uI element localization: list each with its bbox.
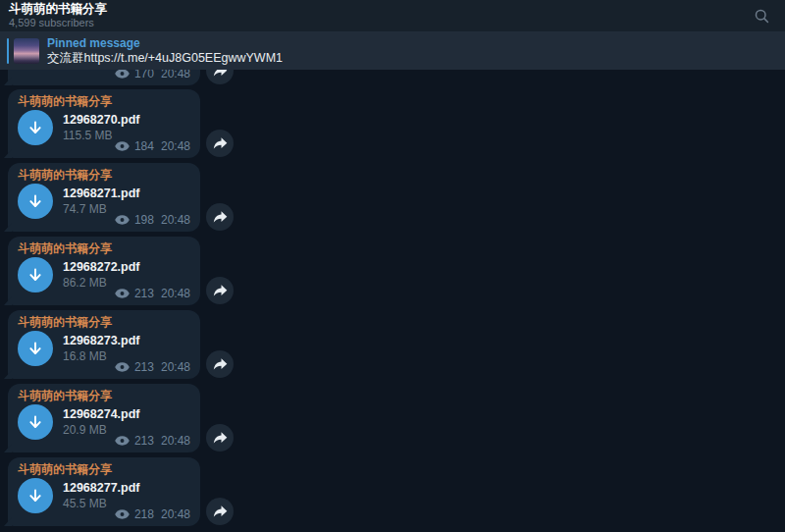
message-row: 斗萌萌的书籍分享 12968277.pdf 45.5 MB (0, 457, 785, 526)
file-name[interactable]: 12968272.pdf (63, 261, 140, 274)
message-bubble[interactable]: 斗萌萌的书籍分享 12968273.pdf 16.8 MB (8, 310, 200, 379)
pinned-thumbnail-image (14, 38, 39, 64)
file-info: 12968270.pdf 115.5 MB (63, 114, 140, 142)
sender-name[interactable]: 斗萌萌的书籍分享 (18, 316, 112, 329)
bubble-tail (4, 517, 12, 526)
sender-name[interactable]: 斗萌萌的书籍分享 (18, 390, 112, 402)
bubble-tail (4, 149, 12, 158)
message-meta: 213 20:48 (115, 288, 190, 299)
eye-icon (115, 289, 130, 298)
eye-icon (115, 215, 130, 225)
chat-title: 斗萌萌的书籍分享 (9, 3, 107, 16)
file-info: 12968273.pdf 16.8 MB (63, 335, 140, 363)
message-row: 斗萌萌的书籍分享 12968274.pdf 20.9 MB (0, 384, 785, 452)
message-meta: 170 20:48 (115, 70, 190, 80)
chat-header-info[interactable]: 斗萌萌的书籍分享 4,599 subscribers (9, 3, 107, 28)
forward-button[interactable] (206, 130, 234, 157)
message-bubble[interactable]: 斗萌萌的书籍分享 12968272.pdf 86.2 MB (8, 237, 200, 305)
message-time: 20:48 (161, 288, 190, 299)
sender-name[interactable]: 斗萌萌的书籍分享 (18, 169, 112, 182)
bubble-tail (4, 370, 12, 379)
download-button[interactable] (18, 404, 53, 440)
search-button[interactable] (750, 4, 773, 27)
download-icon (26, 340, 44, 357)
message-meta: 213 20:48 (115, 361, 190, 373)
view-count: 213 (134, 288, 154, 299)
sender-name[interactable]: 斗萌萌的书籍分享 (18, 463, 112, 476)
file-name[interactable]: 12968273.pdf (63, 335, 140, 347)
share-arrow-icon (213, 505, 228, 518)
download-icon (26, 266, 44, 284)
chat-header: 斗萌萌的书籍分享 4,599 subscribers (0, 0, 785, 31)
pinned-texts: Pinned message 交流群https://t.me/+4uJ8G05E… (47, 36, 283, 66)
download-button[interactable] (18, 110, 53, 145)
message-row: 斗萌萌的书籍分享 12968273.pdf 16.8 MB (0, 310, 785, 379)
message-time: 20:48 (161, 361, 190, 373)
view-count: 213 (134, 435, 154, 447)
bubble-tail (4, 77, 12, 85)
forward-button[interactable] (206, 70, 234, 84)
file-info: 12968274.pdf 20.9 MB (63, 408, 140, 437)
download-button[interactable] (18, 257, 53, 293)
message-list[interactable]: 170 20:48 斗萌萌的书籍分享 (0, 70, 785, 532)
bubble-tail (4, 296, 12, 305)
sender-name[interactable]: 斗萌萌的书籍分享 (18, 242, 112, 255)
message-meta: 198 20:48 (115, 214, 190, 226)
eye-icon (115, 509, 130, 519)
share-arrow-icon (213, 431, 228, 445)
message-time: 20:48 (161, 70, 190, 80)
message-row: 斗萌萌的书籍分享 12968270.pdf 115.5 MB (0, 89, 785, 158)
forward-button[interactable] (206, 350, 234, 378)
download-icon (26, 487, 44, 505)
view-count: 198 (134, 214, 154, 226)
file-name[interactable]: 12968274.pdf (63, 408, 140, 421)
view-count: 184 (134, 140, 154, 152)
share-arrow-icon (213, 70, 228, 78)
bubble-tail (4, 444, 12, 452)
message-time: 20:48 (161, 140, 190, 152)
message-meta: 184 20:48 (115, 140, 190, 152)
message-bubble[interactable]: 斗萌萌的书籍分享 12968274.pdf 20.9 MB (8, 384, 200, 452)
message-time: 20:48 (161, 508, 190, 520)
file-name[interactable]: 12968271.pdf (63, 187, 140, 200)
message-row: 170 20:48 (0, 70, 785, 85)
file-name[interactable]: 12968270.pdf (63, 114, 140, 127)
pinned-message-text: 交流群https://t.me/+4uJ8G05EEgwwYWM1 (47, 51, 283, 66)
share-arrow-icon (213, 284, 228, 297)
forward-button[interactable] (206, 277, 234, 304)
sender-name[interactable]: 斗萌萌的书籍分享 (18, 95, 112, 108)
eye-icon (115, 141, 130, 151)
download-button[interactable] (18, 478, 53, 513)
message-time: 20:48 (161, 435, 190, 447)
message-bubble[interactable]: 斗萌萌的书籍分享 12968270.pdf 115.5 MB (8, 89, 200, 158)
file-info: 12968277.pdf 45.5 MB (63, 482, 140, 510)
message-meta: 218 20:48 (115, 508, 190, 520)
download-button[interactable] (18, 331, 53, 366)
message-bubble[interactable]: 斗萌萌的书籍分享 12968277.pdf 45.5 MB (8, 457, 200, 526)
download-icon (26, 119, 44, 136)
chat-subscriber-count: 4,599 subscribers (9, 17, 107, 28)
eye-icon (115, 362, 130, 372)
pinned-message-bar[interactable]: Pinned message 交流群https://t.me/+4uJ8G05E… (0, 31, 785, 70)
share-arrow-icon (213, 357, 228, 371)
file-name[interactable]: 12968277.pdf (63, 482, 140, 495)
pinned-label: Pinned message (47, 36, 283, 50)
pinned-accent-bar (7, 38, 9, 64)
message-time: 20:48 (161, 214, 190, 226)
message-bubble[interactable]: 斗萌萌的书籍分享 12968271.pdf 74.7 MB (8, 163, 200, 232)
message-bubble[interactable]: 170 20:48 (8, 70, 200, 85)
download-icon (26, 413, 44, 431)
bubble-tail (4, 223, 12, 232)
download-icon (26, 192, 44, 210)
forward-button[interactable] (206, 498, 234, 525)
message-row: 斗萌萌的书籍分享 12968272.pdf 86.2 MB (0, 237, 785, 305)
share-arrow-icon (213, 136, 228, 150)
eye-icon (115, 436, 130, 446)
forward-button[interactable] (206, 424, 234, 452)
search-icon (754, 8, 770, 25)
message-row: 斗萌萌的书籍分享 12968271.pdf 74.7 MB (0, 163, 785, 232)
view-count: 218 (134, 508, 154, 520)
view-count: 170 (134, 70, 154, 80)
download-button[interactable] (18, 184, 53, 219)
forward-button[interactable] (206, 203, 234, 231)
